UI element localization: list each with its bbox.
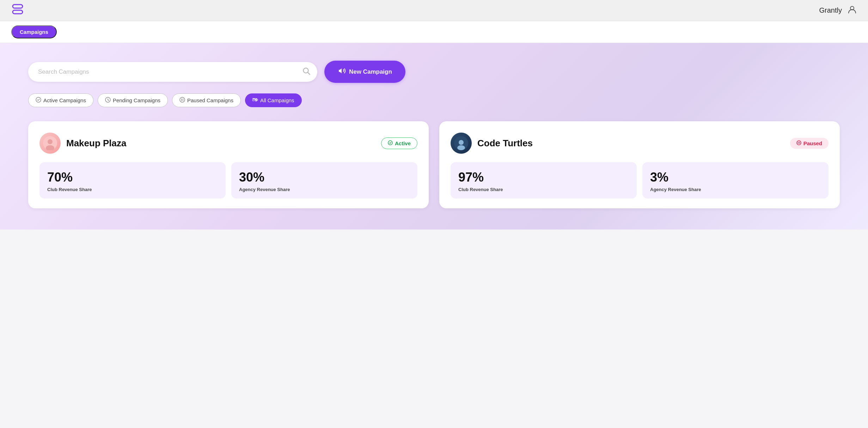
stat-label-club: Club Revenue Share [47, 187, 218, 192]
campaign-name-code-turtles: Code Turtles [477, 138, 533, 149]
active-tab-icon [36, 97, 41, 104]
card-title-group-turtles: Code Turtles [451, 133, 533, 154]
stats-row-turtles: 97% Club Revenue Share 3% Agency Revenue… [451, 162, 829, 198]
stat-label-agency: Agency Revenue Share [239, 187, 410, 192]
active-status-label: Active [395, 140, 411, 146]
paused-status-label: Paused [803, 140, 822, 146]
card-title-group: Makeup Plaza [39, 133, 127, 154]
stat-value-agency-turtles: 3% [650, 170, 821, 185]
svg-point-18 [797, 141, 801, 145]
logo-area [11, 3, 24, 18]
svg-point-16 [459, 140, 464, 145]
status-badge-active: Active [381, 137, 417, 149]
avatar-makeup-plaza [39, 133, 61, 154]
filter-tab-active[interactable]: Active Campaigns [28, 93, 93, 107]
stats-row-makeup: 70% Club Revenue Share 30% Agency Revenu… [39, 162, 417, 198]
campaigns-nav-btn[interactable]: Campaigns [11, 25, 57, 38]
status-badge-paused: Paused [790, 138, 829, 149]
campaign-name-makeup-plaza: Makeup Plaza [66, 138, 127, 149]
filter-tabs: Active Campaigns Pending Campaigns Pa [28, 93, 840, 107]
hero-section: New Campaign Active Campaigns Pending C [0, 43, 868, 230]
all-tab-label: All Campaigns [260, 97, 294, 103]
stat-value-agency: 30% [239, 170, 410, 185]
filter-tab-all[interactable]: All Campaigns [245, 93, 302, 107]
new-campaign-label: New Campaign [349, 68, 392, 75]
pending-tab-icon [105, 97, 111, 104]
stat-value-club-turtles: 97% [458, 170, 629, 185]
campaign-card-code-turtles[interactable]: Code Turtles Paused 97% Clu [439, 121, 840, 208]
paused-tab-label: Paused Campaigns [187, 97, 233, 103]
svg-point-7 [180, 97, 185, 102]
user-icon[interactable] [848, 5, 857, 16]
app-name: Grantly [819, 6, 842, 14]
filter-tab-paused[interactable]: Paused Campaigns [172, 93, 241, 107]
active-tab-label: Active Campaigns [43, 97, 86, 103]
nav-right: Grantly [819, 5, 857, 16]
new-campaign-button[interactable]: New Campaign [324, 61, 405, 83]
stat-agency-revenue-turtles: 3% Agency Revenue Share [642, 162, 829, 198]
svg-point-17 [457, 145, 465, 150]
paused-status-icon [796, 140, 801, 146]
all-tab-icon [252, 97, 258, 104]
card-header: Makeup Plaza Active [39, 133, 417, 154]
sub-nav: Campaigns [0, 21, 868, 43]
svg-point-14 [388, 141, 392, 145]
card-header-turtles: Code Turtles Paused [451, 133, 829, 154]
search-container [28, 62, 317, 82]
paused-tab-icon [179, 97, 185, 104]
pending-tab-label: Pending Campaigns [113, 97, 160, 103]
stat-agency-revenue-makeup: 30% Agency Revenue Share [231, 162, 417, 198]
top-nav: Grantly [0, 0, 868, 21]
svg-rect-1 [13, 10, 23, 14]
stat-value-club: 70% [47, 170, 218, 185]
filter-tab-pending[interactable]: Pending Campaigns [98, 93, 168, 107]
logo-icon [11, 3, 24, 18]
stat-label-club-turtles: Club Revenue Share [458, 187, 629, 192]
megaphone-icon [338, 67, 346, 77]
avatar-code-turtles [451, 133, 472, 154]
campaigns-grid: Makeup Plaza Active 70% Club Revenue Sha… [28, 121, 840, 208]
stat-club-revenue-makeup: 70% Club Revenue Share [39, 162, 226, 198]
search-button[interactable] [302, 67, 310, 77]
svg-rect-0 [13, 5, 23, 8]
svg-point-12 [48, 139, 53, 144]
stat-label-agency-turtles: Agency Revenue Share [650, 187, 821, 192]
stat-club-revenue-turtles: 97% Club Revenue Share [451, 162, 637, 198]
active-status-icon [388, 140, 393, 146]
campaign-card-makeup-plaza[interactable]: Makeup Plaza Active 70% Club Revenue Sha… [28, 121, 429, 208]
search-row: New Campaign [28, 61, 840, 83]
search-input[interactable] [28, 62, 317, 82]
svg-line-4 [308, 72, 310, 74]
